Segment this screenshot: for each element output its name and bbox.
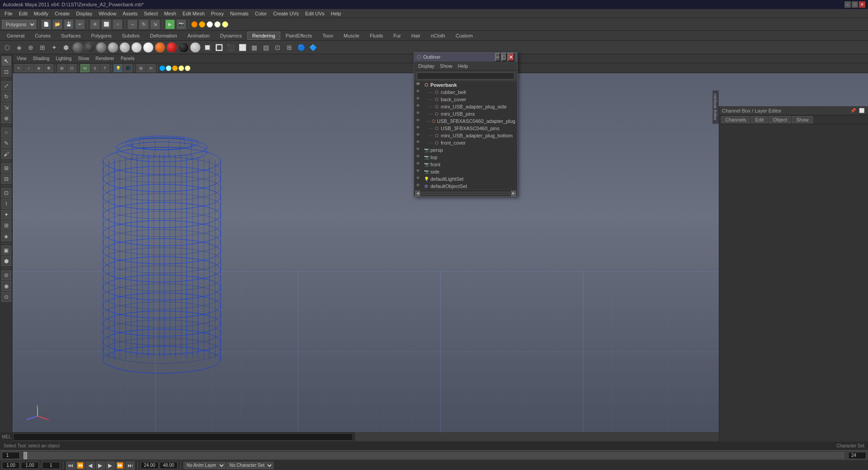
vit-color4[interactable] [179,66,184,71]
outliner-search-input[interactable] [417,72,514,80]
shader-icon-extra1[interactable]: 🔲 [202,42,212,53]
cb-tab-object[interactable]: Object [769,116,791,123]
scroll-right-btn[interactable]: ▶ [511,191,516,196]
menu-assets[interactable]: Assets [120,10,140,17]
outliner-item[interactable]: 👁—⬡USB_3FBXASC0460_adapter_plug [414,118,517,125]
light-dot5[interactable] [222,21,228,28]
vit-color5[interactable] [185,66,190,71]
shader-icon-extra4[interactable]: ⬜ [237,42,248,53]
select-btn[interactable]: ✛ [90,19,100,29]
tab-rendering[interactable]: Rendering [247,32,280,40]
lasso-btn[interactable]: ⬜ [101,19,111,29]
anim-layer-select[interactable]: No Anim Layer [184,462,226,469]
render-view-btn[interactable]: ▣ [1,245,11,255]
shader-ball-gray3[interactable] [119,42,130,53]
outliner-item[interactable]: 👁—⬡mini_USB_pins [414,110,517,118]
char-set-select[interactable]: No Character Set [226,462,274,469]
time-slider-track[interactable] [24,452,844,459]
shader-icon-6[interactable]: ⬢ [61,42,71,53]
shader-ball-orange[interactable] [155,42,165,53]
shader-ball-darkgray[interactable] [178,42,189,53]
outliner-item[interactable]: 👁📷side [414,168,517,175]
shader-ball-gray1[interactable] [96,42,107,53]
menu-select[interactable]: Select [141,10,160,17]
ipr-btn[interactable]: 📷 [176,19,186,29]
playback-range-start[interactable] [42,462,60,469]
shader-icon-select[interactable]: ⬡ [2,42,13,53]
vit-lights[interactable]: 💡 [113,64,123,72]
maximize-button[interactable]: □ [852,1,858,8]
shader-ball-silver[interactable] [190,42,201,53]
playback-start-input[interactable] [21,462,39,469]
vit-zoom[interactable]: ⊕ [34,64,43,72]
tab-custom[interactable]: Custom [451,32,478,40]
undo-btn[interactable]: ↩ [75,19,85,29]
minimize-button[interactable]: − [844,1,851,8]
cb-tab-show[interactable]: Show [792,116,813,123]
menu-file[interactable]: File [2,10,15,17]
vit-hud[interactable]: H [146,64,156,72]
outliner-close[interactable]: ✕ [508,53,514,61]
menu-edit[interactable]: Edit [16,10,30,17]
menu-edit-uvs[interactable]: Edit UVs [302,10,327,17]
outliner-item[interactable]: 👁⊞defaultObjectSet [414,183,517,190]
tab-surfaces[interactable]: Surfaces [56,32,85,40]
light-dot4[interactable] [214,21,221,28]
menu-modify[interactable]: Modify [31,10,51,17]
scale-btn[interactable]: ⇲ [150,19,160,29]
outliner-item[interactable]: 👁—⬡mini_USB_adapter_plug_bottom [414,132,517,139]
outliner-item[interactable]: 👁—⬡USB_3FBXASC0460_pins [414,125,517,132]
shader-ball-gray4[interactable] [131,42,142,53]
mel-input[interactable] [13,433,353,441]
menu-display[interactable]: Display [73,10,95,17]
snap-point-btn[interactable]: ✦ [1,210,11,220]
snap-surface-btn[interactable]: ◈ [1,231,11,241]
close-button[interactable]: ✕ [859,1,865,8]
mode-selector[interactable]: Polygons [2,20,36,29]
vit-orbit[interactable]: ○ [24,64,33,72]
shader-icon-extra2[interactable]: 🔳 [213,42,224,53]
light-dot1[interactable] [191,21,198,28]
light-dot2[interactable] [199,21,205,28]
move-tool-btn[interactable]: ⤢ [1,81,11,91]
shader-icon-extra5[interactable]: ▦ [249,42,259,53]
tab-ncloth[interactable]: nCloth [426,32,450,40]
snap-grid-btn[interactable]: ⊡ [1,188,11,198]
outliner-item[interactable]: 👁📷front [414,161,517,168]
move-btn[interactable]: ↔ [127,19,137,29]
anim-end-input[interactable] [160,462,178,469]
paint-btn[interactable]: ○ [113,19,123,29]
scale-tool-btn[interactable]: ⇲ [1,103,11,113]
shader-ball-red[interactable] [166,42,177,53]
outliner-menu-display[interactable]: Display [416,63,437,69]
outliner-item[interactable]: 👁—⬡front_cover [414,139,517,146]
shader-ball-gray2[interactable] [108,42,118,53]
vit-wireframe[interactable]: W [80,64,90,72]
vit-color2[interactable] [166,66,171,71]
rotate-tool-btn[interactable]: ↻ [1,92,11,102]
shader-ball-dark[interactable] [84,42,95,53]
vp-menu-panels[interactable]: Panels [118,56,137,61]
shader-icon-extra7[interactable]: ⊡ [272,42,283,53]
menu-create-uvs[interactable]: Create UVs [270,10,302,17]
tab-fur[interactable]: Fur [388,32,406,40]
menu-help[interactable]: Help [328,10,344,17]
scroll-track-h[interactable] [421,192,510,195]
vp-menu-renderer[interactable]: Renderer [93,56,117,61]
select-tool-btn[interactable]: ↖ [1,56,11,66]
skip-to-end-btn[interactable]: ⏭ [126,461,135,470]
shader-icon-checker[interactable]: ⊞ [284,42,295,53]
menu-color[interactable]: Color [252,10,269,17]
menu-create[interactable]: Create [52,10,72,17]
tab-dynamics[interactable]: Dynamics [215,32,247,40]
shader-icon-maya2[interactable]: 🔷 [307,42,318,53]
save-btn[interactable]: 💾 [64,19,74,29]
tab-deformation[interactable]: Deformation [145,32,182,40]
shader-icon-4[interactable]: ⊞ [37,42,48,53]
outliner-menu-show[interactable]: Show [438,63,455,69]
snap-curve-btn[interactable]: ⌇ [1,199,11,209]
outliner-item[interactable]: 👁💡defaultLightSet [414,175,517,183]
soft-mod-btn[interactable]: ○ [1,127,11,137]
iso-select-btn[interactable]: ⊙ [1,292,11,302]
light-dot3[interactable] [207,21,213,28]
